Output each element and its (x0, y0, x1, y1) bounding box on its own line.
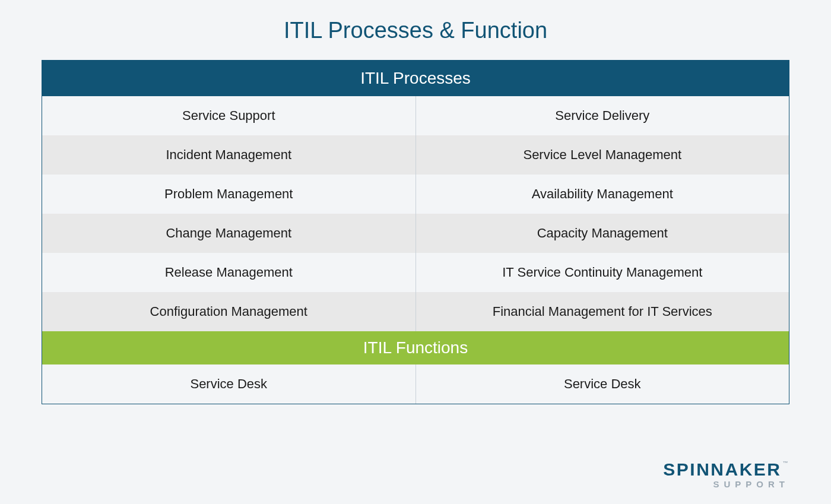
table-row: Service Desk Service Desk (42, 364, 789, 404)
table-row: Problem Management Availability Manageme… (42, 175, 789, 214)
spinnaker-logo: SPINNAKER™ SUPPORT (663, 461, 789, 489)
processes-header: ITIL Processes (42, 61, 789, 96)
table-row: Service Support Service Delivery (42, 96, 789, 135)
cell-service-desk-left: Service Desk (42, 364, 416, 404)
itil-table: ITIL Processes Service Support Service D… (42, 60, 789, 404)
cell-problem-management: Problem Management (42, 175, 416, 214)
cell-incident-management: Incident Management (42, 135, 416, 175)
cell-it-service-continuity: IT Service Continuity Management (416, 253, 789, 292)
page-title: ITIL Processes & Function (42, 18, 789, 43)
table-row: Configuration Management Financial Manag… (42, 292, 789, 331)
cell-release-management: Release Management (42, 253, 416, 292)
cell-capacity-management: Capacity Management (416, 214, 789, 253)
cell-service-delivery: Service Delivery (416, 96, 789, 135)
logo-main-text: SPINNAKER™ (663, 461, 789, 478)
table-row: Release Management IT Service Continuity… (42, 253, 789, 292)
cell-financial-management: Financial Management for IT Services (416, 292, 789, 331)
cell-service-level-management: Service Level Management (416, 135, 789, 175)
functions-header: ITIL Functions (42, 331, 789, 364)
cell-availability-management: Availability Management (416, 175, 789, 214)
cell-change-management: Change Management (42, 214, 416, 253)
cell-service-support: Service Support (42, 96, 416, 135)
table-row: Change Management Capacity Management (42, 214, 789, 253)
logo-sub-text: SUPPORT (663, 480, 789, 489)
table-row: Incident Management Service Level Manage… (42, 135, 789, 175)
trademark-icon: ™ (783, 460, 790, 466)
cell-service-desk-right: Service Desk (416, 364, 789, 404)
cell-configuration-management: Configuration Management (42, 292, 416, 331)
